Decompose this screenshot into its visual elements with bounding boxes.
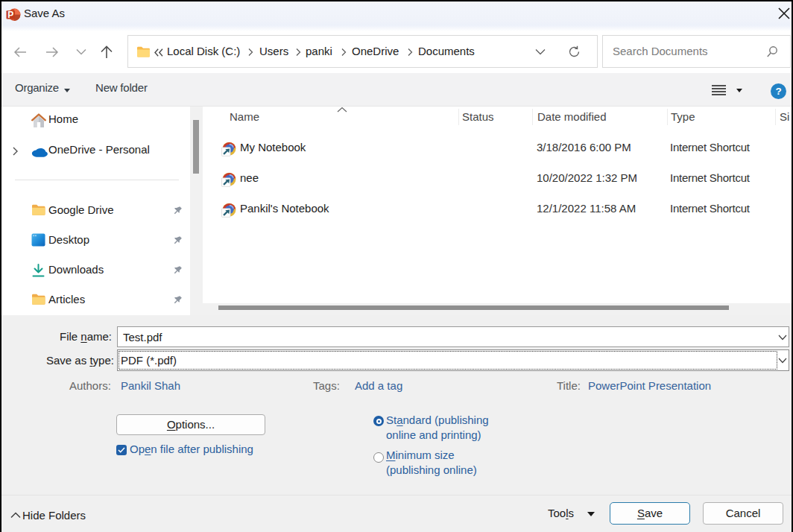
svg-text:P: P (7, 10, 13, 20)
svg-text:?: ? (775, 86, 781, 97)
